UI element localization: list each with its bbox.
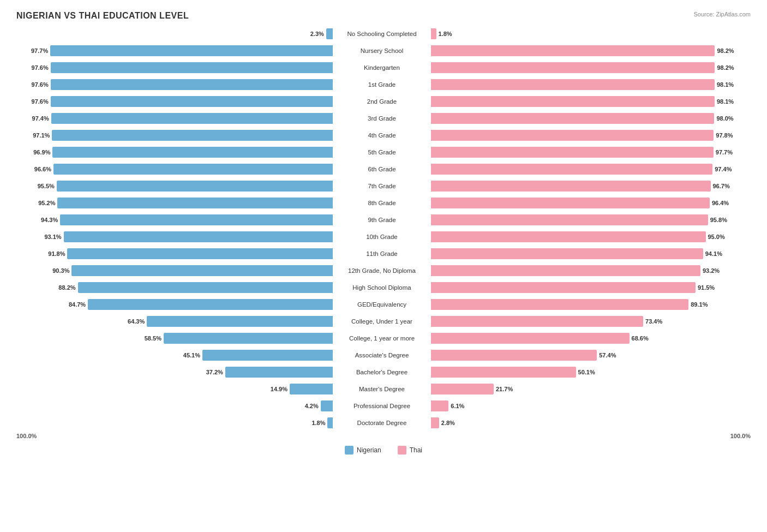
bar-row: 90.3% 12th Grade, No Diploma 93.2% [16,263,751,278]
val-right: 95.8% [710,217,727,223]
bar-label: 12th Grade, No Diploma [333,267,431,274]
bar-label: 1st Grade [333,81,431,88]
bar-left [225,367,333,378]
bar-left [71,265,333,276]
bar-row: 2.3% No Schooling Completed 1.8% [16,26,751,41]
bar-right-wrapper: 95.8% [431,214,747,225]
bar-row: 88.2% High School Diploma 91.5% [16,280,751,295]
bar-left [53,164,333,175]
val-right: 96.4% [712,200,729,206]
val-left: 95.2% [38,200,55,206]
bar-label: Nursery School [333,47,431,54]
val-left: 58.5% [145,335,161,342]
bar-left-wrapper: 96.9% [16,147,333,158]
bar-row: 95.5% 7th Grade 96.7% [16,178,751,194]
val-left: 97.6% [32,98,49,105]
axis-label-left: 100.0% [16,433,37,439]
bar-left [51,96,333,107]
val-right: 98.2% [717,64,734,71]
bar-label: Master's Degree [333,386,431,392]
bar-right [431,417,439,428]
bar-right [431,113,714,124]
bar-left [202,350,333,361]
bar-row: 97.4% 3rd Grade 98.0% [16,111,751,126]
left-section: 1.8% [16,417,333,428]
left-section: 14.9% [16,384,333,394]
bar-right [431,147,714,158]
right-section: 91.5% [431,282,747,293]
bar-left-wrapper: 58.5% [16,333,333,344]
bar-left-wrapper: 95.2% [16,198,333,208]
left-section: 96.6% [16,164,333,175]
val-left: 96.6% [34,166,51,172]
bar-left-wrapper: 97.7% [16,45,333,56]
val-right: 50.1% [578,369,595,375]
bar-left-wrapper: 14.9% [16,384,333,394]
val-left: 97.6% [32,64,49,71]
left-section: 93.1% [16,231,333,242]
val-left: 14.9% [271,386,287,392]
val-left: 1.8% [311,420,325,426]
right-section: 21.7% [431,384,747,394]
left-section: 97.1% [16,130,333,141]
bar-row: 97.6% Kindergarten 98.2% [16,60,751,75]
bar-right [431,384,494,394]
bar-right-wrapper: 96.7% [431,181,747,192]
bar-row: 94.3% 9th Grade 95.8% [16,212,751,228]
bar-left-wrapper: 97.4% [16,113,333,124]
bar-right-wrapper: 98.2% [431,45,747,56]
bar-left [60,214,333,225]
bar-left-wrapper: 1.8% [16,417,333,428]
thai-label: Thai [410,446,422,454]
val-right: 97.7% [716,149,733,156]
bar-left-wrapper: 97.6% [16,79,333,90]
left-section: 4.2% [16,401,333,411]
bar-right-wrapper: 21.7% [431,384,747,394]
bar-right-wrapper: 57.4% [431,350,747,361]
bar-right-wrapper: 94.1% [431,248,747,259]
bar-row: 58.5% College, 1 year or more 68.6% [16,331,751,346]
bar-left-wrapper: 94.3% [16,214,333,225]
bar-right-wrapper: 50.1% [431,367,747,378]
val-right: 97.8% [716,132,733,139]
bar-label: Professional Degree [333,403,431,409]
left-section: 95.5% [16,181,333,192]
val-right: 98.1% [717,81,734,88]
bar-right [431,214,708,225]
right-section: 97.7% [431,147,747,158]
bar-right-wrapper: 98.0% [431,113,747,124]
val-right: 94.1% [705,250,722,257]
left-section: 94.3% [16,214,333,225]
bar-right [431,401,448,411]
left-section: 64.3% [16,316,333,327]
bar-left [50,45,333,56]
left-section: 45.1% [16,350,333,361]
bar-right-wrapper: 93.2% [431,265,747,276]
right-section: 73.4% [431,316,747,327]
left-section: 2.3% [16,28,333,39]
axis-labels: 100.0% 100.0% [16,433,751,439]
legend-item-thai: Thai [398,446,422,455]
bar-label: Doctorate Degree [333,420,431,426]
bar-row: 95.2% 8th Grade 96.4% [16,195,751,211]
val-left: 90.3% [52,267,69,274]
bar-row: 96.6% 6th Grade 97.4% [16,162,751,177]
right-section: 89.1% [431,299,747,310]
thai-swatch [398,446,406,455]
legend-item-nigerian: Nigerian [345,446,381,455]
left-section: 96.9% [16,147,333,158]
bar-left [88,299,333,310]
bar-left [327,417,333,428]
right-section: 96.4% [431,198,747,208]
bar-label: 3rd Grade [333,115,431,122]
bar-right-wrapper: 89.1% [431,299,747,310]
val-left: 97.4% [32,115,49,122]
bar-left-wrapper: 97.6% [16,96,333,107]
val-left: 97.7% [31,47,48,54]
bar-row: 84.7% GED/Equivalency 89.1% [16,297,751,312]
bar-left-wrapper: 84.7% [16,299,333,310]
bar-left-wrapper: 90.3% [16,265,333,276]
bar-left [52,147,333,158]
val-left: 97.1% [33,132,50,139]
bar-right-wrapper: 95.0% [431,231,747,242]
